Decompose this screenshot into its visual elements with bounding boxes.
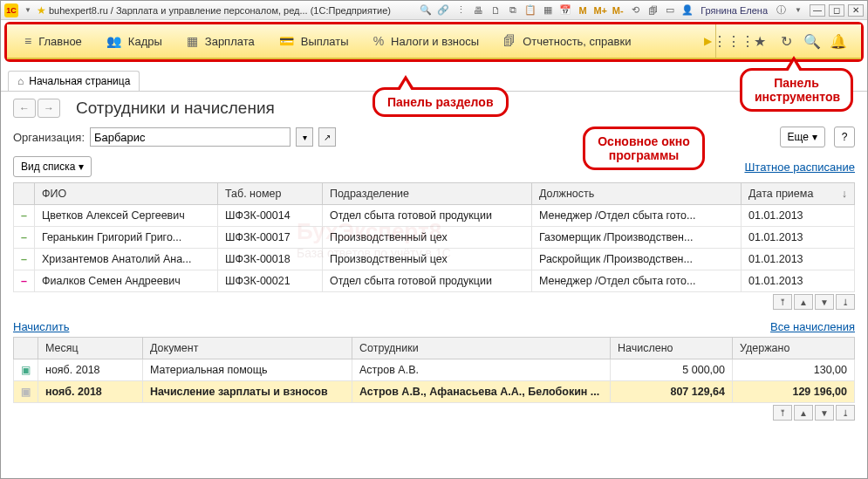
- cell-emp: Астров А.В., Афанасьева А.А., Белобокин …: [352, 381, 611, 403]
- m-minus-icon[interactable]: M-: [610, 3, 625, 17]
- clipboard-icon[interactable]: 📋: [523, 3, 538, 17]
- star-icon[interactable]: ★: [749, 31, 770, 51]
- table-row[interactable]: – Цветков Алексей Сергеевич ШФЗК-00014 О…: [14, 205, 855, 227]
- section-salary[interactable]: ▦Зарплата: [174, 24, 267, 58]
- history-icon[interactable]: ↻: [776, 31, 796, 51]
- col-withheld[interactable]: Удержано: [733, 338, 855, 359]
- table-row[interactable]: ▣ нояб. 2018 Материальная помощь Астров …: [14, 359, 855, 381]
- sort-desc-icon: ↓: [842, 188, 847, 200]
- cell-accrued: 807 129,64: [611, 381, 733, 403]
- accrue-link[interactable]: Начислить: [13, 320, 69, 333]
- scroll-down-icon[interactable]: ▼: [815, 405, 834, 421]
- calendar-icon[interactable]: 📅: [557, 3, 573, 17]
- accruals-table[interactable]: Месяц Документ Сотрудники Начислено Удер…: [13, 337, 855, 403]
- section-label: Выплаты: [301, 35, 349, 48]
- view-mode-button[interactable]: Вид списка▾: [13, 156, 92, 177]
- col-emp[interactable]: Сотрудники: [352, 338, 611, 359]
- col-pos[interactable]: Должность: [531, 183, 741, 205]
- col-marker[interactable]: [14, 183, 35, 205]
- more-button[interactable]: Еще▾: [780, 127, 825, 147]
- user-name[interactable]: Грянина Елена: [701, 5, 768, 16]
- col-dept[interactable]: Подразделение: [322, 183, 531, 205]
- scroll-down-icon[interactable]: ▼: [815, 294, 834, 310]
- cell-accrued: 5 000,00: [611, 359, 733, 381]
- maximize-button[interactable]: ◻: [829, 4, 844, 17]
- m-icon[interactable]: M: [575, 3, 591, 17]
- table-row[interactable]: – Геранькин Григорий Григо... ШФЗК-00017…: [14, 227, 855, 249]
- close-button[interactable]: ✕: [848, 4, 864, 17]
- favorite-icon[interactable]: ★: [37, 4, 46, 17]
- nav-forward-button[interactable]: →: [38, 99, 60, 118]
- m-plus-icon[interactable]: M+: [592, 3, 608, 17]
- all-accruals-link[interactable]: Все начисления: [770, 320, 855, 333]
- table-row[interactable]: – Фиалков Семен Андреевич ШФЗК-00021 Отд…: [14, 270, 855, 292]
- search-icon[interactable]: 🔍: [802, 31, 823, 51]
- section-taxes[interactable]: %Налоги и взносы: [361, 24, 492, 58]
- col-doc[interactable]: Документ: [143, 338, 352, 359]
- report-icon: 🗐: [503, 34, 516, 48]
- user-icon: 👤: [680, 3, 695, 17]
- cell-tabnum: ШФЗК-00014: [217, 205, 322, 227]
- col-tabnum[interactable]: Таб. номер: [217, 183, 322, 205]
- col-accrued[interactable]: Начислено: [611, 338, 733, 359]
- org-open-button[interactable]: ↗: [318, 127, 336, 147]
- bell-icon[interactable]: 🔔: [828, 31, 849, 51]
- staffing-link[interactable]: Штатное расписание: [744, 161, 855, 174]
- cell-withheld: 130,00: [733, 359, 855, 381]
- chevron-down-icon: ▾: [79, 161, 84, 173]
- tab-label: Начальная страница: [29, 75, 130, 87]
- scroll-controls: ⤒ ▲ ▼ ⤓: [13, 294, 855, 310]
- window-list-icon[interactable]: ▭: [662, 3, 678, 17]
- cell-pos: Раскройщик /Производствен...: [531, 249, 741, 270]
- chevron-down-icon: ▾: [812, 131, 817, 143]
- compare-icon[interactable]: ⧉: [505, 3, 521, 17]
- minimize-button[interactable]: —: [810, 4, 825, 17]
- org-input[interactable]: [90, 127, 290, 147]
- doc-icon[interactable]: 🗋: [488, 3, 503, 17]
- table-header-row: ФИО Таб. номер Подразделение Должность Д…: [14, 183, 855, 205]
- page-title: Сотрудники и начисления: [76, 99, 275, 118]
- scroll-bottom-icon[interactable]: ⤓: [836, 405, 855, 421]
- scroll-bottom-icon[interactable]: ⤓: [836, 294, 855, 310]
- scroll-up-icon[interactable]: ▲: [794, 294, 813, 310]
- nav-back-button[interactable]: ←: [13, 99, 36, 118]
- employees-table[interactable]: ФИО Таб. номер Подразделение Должность Д…: [13, 182, 855, 292]
- cell-month: нояб. 2018: [38, 381, 143, 403]
- col-marker[interactable]: [14, 338, 38, 359]
- sections-panel: ≡Главное 👥Кадры ▦Зарплата 💳Выплаты %Нало…: [7, 24, 861, 59]
- back-history-icon[interactable]: ⟲: [627, 3, 643, 17]
- section-reports[interactable]: 🗐Отчетность, справки: [491, 24, 643, 58]
- cell-fio: Хризантемов Анатолий Ана...: [34, 249, 217, 270]
- help-button[interactable]: ?: [834, 127, 855, 147]
- col-hired[interactable]: Дата приема↓: [742, 183, 855, 205]
- cell-doc: Начисление зарплаты и взносов: [143, 381, 352, 403]
- section-main[interactable]: ≡Главное: [12, 24, 94, 58]
- print-icon[interactable]: 🖶: [470, 3, 486, 17]
- menu-dd-icon[interactable]: ▼: [790, 3, 806, 17]
- scroll-up-icon[interactable]: ▲: [794, 405, 813, 421]
- table-row[interactable]: ▣ нояб. 2018 Начисление зарплаты и взнос…: [14, 381, 855, 403]
- scroll-controls: ⤒ ▲ ▼ ⤓: [13, 405, 855, 421]
- copy-icon[interactable]: 🗐: [645, 3, 660, 17]
- scroll-top-icon[interactable]: ⤒: [773, 294, 792, 310]
- tab-home[interactable]: ⌂ Начальная страница: [8, 71, 140, 91]
- table-icon: ▦: [187, 34, 198, 48]
- col-hired-label: Дата приема: [748, 188, 813, 200]
- col-month[interactable]: Месяц: [38, 338, 143, 359]
- info-icon[interactable]: ⓘ: [773, 3, 789, 17]
- sep: ⋮: [453, 3, 468, 17]
- window-titlebar: 1С ▼ ★ buhexpert8.ru / Зарплата и управл…: [1, 1, 867, 20]
- calc-icon[interactable]: ▦: [540, 3, 556, 17]
- search-small-icon[interactable]: 🔍: [418, 3, 434, 17]
- row-marker: ▣: [14, 381, 38, 403]
- scroll-top-icon[interactable]: ⤒: [773, 405, 792, 421]
- table-row[interactable]: – Хризантемов Анатолий Ана... ШФЗК-00018…: [14, 249, 855, 270]
- link-icon[interactable]: 🔗: [435, 3, 451, 17]
- section-personnel[interactable]: 👥Кадры: [94, 24, 174, 58]
- app-menu-dropdown-icon[interactable]: ▼: [24, 6, 31, 14]
- apps-grid-icon[interactable]: ⋮⋮⋮: [723, 31, 744, 51]
- org-dropdown-button[interactable]: ▾: [296, 127, 313, 147]
- col-fio[interactable]: ФИО: [34, 183, 217, 205]
- section-payments[interactable]: 💳Выплаты: [267, 24, 361, 58]
- row-marker: ▣: [14, 359, 38, 381]
